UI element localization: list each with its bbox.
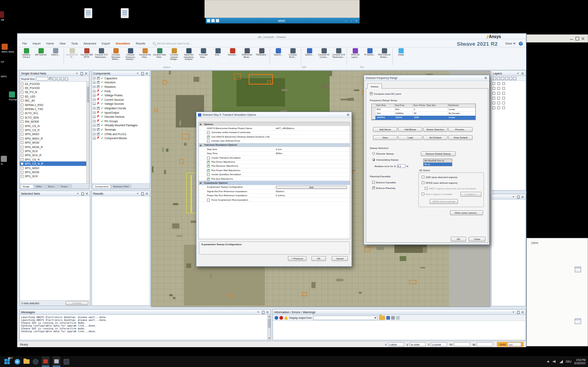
close-icon[interactable]	[521, 195, 524, 199]
range-file-button[interactable]: Save	[373, 135, 397, 140]
net-type-tab[interactable]: Exten...	[46, 185, 58, 188]
option-row[interactable]: Include User-Defined Ports	[199, 139, 350, 143]
minimize-icon[interactable]	[570, 37, 573, 40]
restore-default-sweep-button[interactable]: Restore Default Sweep	[421, 151, 456, 156]
component-filter-mark[interactable]	[97, 98, 100, 101]
net-row[interactable]: SPI1_MISO	[20, 166, 89, 170]
close-icon[interactable]	[85, 192, 89, 195]
net-row[interactable]: SNI_MODE	[20, 120, 89, 124]
overlay-restore-button[interactable]: ▫	[349, 19, 353, 23]
range-edit-button[interactable]: Delete Selection	[423, 127, 447, 132]
menu-item[interactable]: Tools	[69, 41, 80, 46]
net-row[interactable]: S5_PG_N	[20, 90, 89, 94]
net-checkbox[interactable]	[21, 120, 23, 123]
select-all-icon[interactable]	[53, 77, 56, 81]
panel-header[interactable]: Information / Errors / Warnings	[273, 310, 526, 315]
error-icon[interactable]	[279, 316, 283, 320]
component-row[interactable]: ✓ Voltage Probes	[92, 93, 150, 98]
edit-button[interactable]: Edit	[276, 186, 347, 189]
components-tab[interactable]: Components	[93, 185, 111, 188]
background-window[interactable]: 100%	[526, 238, 588, 346]
net-row[interactable]: SERIAL1_RXD	[20, 103, 89, 107]
option-row[interactable]: Use ANSYS Electronics Desktop-SIwave Dyn…	[199, 135, 350, 139]
component-filter-mark[interactable]	[97, 124, 100, 127]
option-row[interactable]: ANSYS Electronica Desktop Project Name d…	[199, 126, 350, 130]
close-icon[interactable]	[581, 37, 584, 40]
filter-checkbox[interactable]	[49, 77, 52, 80]
taskbar-app-icon[interactable]	[33, 359, 38, 365]
panel-header[interactable]: Results	[92, 191, 150, 196]
layer-checkbox[interactable]	[502, 82, 505, 85]
net-checkbox[interactable]	[21, 158, 23, 161]
ribbon-button[interactable]: Compute Resonant Modes...	[109, 48, 123, 61]
range-file-button[interactable]: Load	[398, 135, 422, 140]
pin-icon[interactable]	[141, 72, 144, 75]
component-row[interactable]: ✓ Terminals	[92, 127, 150, 132]
net-checkbox[interactable]	[21, 162, 23, 165]
component-row[interactable]: ✓ Input/Output	[92, 110, 150, 115]
net-row[interactable]: SEL_A0	[20, 99, 89, 103]
parallel-checkbox[interactable]	[422, 193, 424, 195]
frequency-range-row[interactable]: 0Hz 0Hz 1 Linear	[372, 108, 475, 112]
ribbon-button[interactable]: Compute DC IR...	[65, 48, 79, 58]
pin-icon[interactable]	[81, 192, 84, 195]
coordinate-value[interactable]	[454, 342, 470, 346]
layer-checkbox[interactable]	[492, 102, 495, 104]
coordinate-value[interactable]	[477, 342, 493, 346]
net-checkbox[interactable]	[21, 99, 23, 102]
share-button[interactable]: Share	[505, 42, 512, 45]
ribbon-button[interactable]: Validation Check ▾	[19, 48, 34, 58]
menu-item[interactable]: Simulation	[113, 41, 133, 46]
relative-error-input[interactable]	[397, 164, 405, 168]
section-expander-icon[interactable]	[199, 123, 202, 126]
expander-icon[interactable]	[93, 85, 96, 88]
component-row[interactable]: ✓ Capacitors	[92, 76, 150, 81]
ribbon-button[interactable]: Compute Induced Voltage...	[167, 48, 181, 61]
component-row[interactable]: ✓ Integrated Circuits	[92, 106, 150, 110]
menu-item[interactable]: Export	[99, 41, 112, 46]
ribbon-button[interactable]	[301, 48, 301, 65]
range-edit-button[interactable]: Preview...	[448, 127, 473, 132]
option-checkbox[interactable]	[207, 157, 210, 159]
causality-row[interactable]: Enforce Causality	[372, 181, 396, 184]
ribbon-button[interactable]: DDRwizard (Beta)...	[240, 48, 254, 58]
print-icon[interactable]	[391, 316, 395, 320]
refresh-icon[interactable]	[65, 77, 68, 81]
component-row[interactable]: ✓ CPMs and PLOCs	[92, 132, 150, 136]
expander-icon[interactable]	[93, 128, 96, 131]
close-button[interactable]: Close	[469, 237, 486, 242]
dc-point-checkbox[interactable]	[370, 92, 373, 95]
close-icon[interactable]	[521, 72, 524, 75]
frequency-range-row[interactable]: 1Hz 100MHz 50 By Decade	[372, 112, 475, 116]
layer-checkbox[interactable]	[492, 82, 495, 85]
layer-checkbox[interactable]	[502, 102, 505, 104]
ribbon-button[interactable]: icepak	[394, 48, 408, 56]
close-icon[interactable]	[145, 192, 149, 195]
cancel-button[interactable]: Cancel	[332, 256, 348, 261]
layer-checkbox[interactable]	[492, 92, 495, 95]
net-checkbox[interactable]	[21, 108, 23, 110]
option-row[interactable]: Plot Eye Waveforms	[199, 177, 350, 181]
option-checkbox[interactable]	[207, 199, 210, 202]
net-row[interactable]: SLTO_SDA	[20, 115, 89, 119]
option-row[interactable]: Power Net Port Reference Impedance 0.1oh…	[199, 194, 350, 198]
folder-icon[interactable]	[379, 316, 385, 320]
layer-checkbox[interactable]	[497, 102, 500, 104]
panel-header[interactable]: Components	[92, 71, 150, 76]
aedt-row[interactable]: AEDT regions schematic (do not simulate)	[425, 187, 476, 190]
hfss-settings-button[interactable]: HFSS solver settings	[430, 199, 458, 204]
net-row[interactable]: SPI0_MOSI_R	[20, 145, 89, 149]
net-list-scrollbar[interactable]	[86, 82, 89, 183]
close-icon[interactable]	[521, 310, 524, 314]
net-checkbox[interactable]	[21, 133, 23, 136]
net-row[interactable]: SPI1_MOSI	[20, 170, 89, 174]
ribbon-button[interactable]	[270, 48, 270, 65]
ribbon-button[interactable]	[392, 48, 393, 65]
net-type-tab[interactable]: Single...	[21, 185, 34, 188]
expander-icon[interactable]	[93, 94, 96, 97]
net-checkbox[interactable]	[21, 141, 23, 144]
dc-point-row[interactable]: Compute exact DC point	[370, 92, 401, 95]
option-checkbox[interactable]	[207, 161, 210, 163]
grid-icon[interactable]	[575, 318, 581, 324]
layer-outline-icon[interactable]	[509, 77, 512, 80]
